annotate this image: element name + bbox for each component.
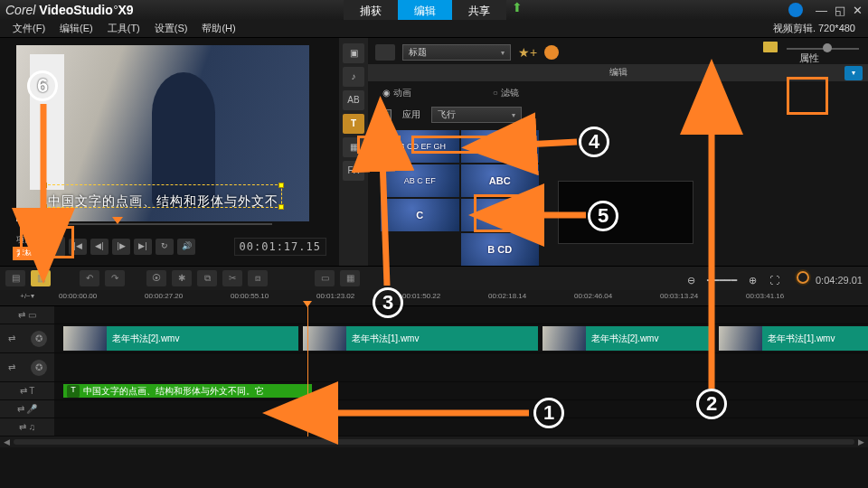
tool-d-icon[interactable]: ⧈ <box>248 270 268 286</box>
preset-2[interactable]: ABC <box>461 130 540 163</box>
video-track: ⇄ ✪ 老年书法[2].wmv老年书法[1].wmv老年书法[2].wmv老年书… <box>0 324 868 353</box>
time-ruler[interactable]: +/−▾ 00:00:00.00 00:00:27.20 00:00:55.10… <box>0 290 868 306</box>
preset-4[interactable]: ABC <box>461 164 540 197</box>
title-clip-icon: T <box>67 385 80 398</box>
minimize-icon[interactable]: — <box>816 4 827 17</box>
tool-c-icon[interactable]: ✂ <box>222 270 242 286</box>
tool-a-icon[interactable]: ✱ <box>172 270 192 286</box>
zoom-out-icon[interactable]: ⊖ <box>687 275 695 286</box>
title-clip[interactable]: T 中国文字的点画、结构和形体与外文不同。它 <box>63 384 312 398</box>
center-tab-edit[interactable]: 编辑 <box>379 66 857 79</box>
tool-b-icon[interactable]: ⧉ <box>197 270 217 286</box>
apply-label: 应用 <box>402 108 420 121</box>
close-icon[interactable]: ✕ <box>853 4 863 17</box>
radio-animation[interactable]: 动画 <box>382 87 411 99</box>
menu-edit[interactable]: 编辑(E) <box>54 21 99 36</box>
filter-tab-icon[interactable]: FX <box>343 161 364 181</box>
transition-tab-icon[interactable]: AB <box>343 90 364 110</box>
collapse-icon[interactable]: ▾ <box>844 66 863 80</box>
preset-1[interactable]: AB CD EF GH <box>381 130 459 163</box>
volume-button[interactable]: 🔊 <box>177 239 195 255</box>
apply-checkbox[interactable]: ✔ <box>381 109 392 120</box>
annotation-6: 6 <box>27 70 58 101</box>
effect-dropdown[interactable]: 飞行 <box>431 107 522 123</box>
video-clip[interactable]: 老年书法[1].wmv <box>719 326 868 351</box>
effects-icon[interactable] <box>544 45 559 60</box>
tab-share[interactable]: 共享 <box>452 0 506 20</box>
radio-filter[interactable]: 滤镜 <box>493 87 519 99</box>
favorite-icon[interactable]: ★+ <box>518 45 537 60</box>
undo-icon[interactable]: ↶ <box>80 270 99 286</box>
menu-bar: 文件(F) 编辑(E) 工具(T) 设置(S) 帮助(H) 视频剪辑. 720*… <box>0 20 868 38</box>
video-clip[interactable]: 老年书法[2].wmv <box>63 326 298 351</box>
reel-icon: ✪ <box>31 331 47 347</box>
title-tab-icon[interactable]: T <box>343 114 364 134</box>
video-track-header[interactable]: ⇄ ✪ <box>0 324 54 352</box>
storyboard-view-icon[interactable]: ▤ <box>5 270 25 286</box>
scrub-bar[interactable] <box>13 219 326 230</box>
library-side-toolbar: ▣ ♪ AB T ▦ FX <box>339 38 368 266</box>
video-clip[interactable]: 老年书法[1].wmv <box>303 326 538 351</box>
go-start-button[interactable]: |◀ <box>69 239 87 255</box>
add-track-icon[interactable]: +/−▾ <box>0 290 54 305</box>
overlay-track-header[interactable]: ⇄ ✪ <box>0 353 54 381</box>
video-clip[interactable]: 老年书法[2].wmv <box>542 326 714 351</box>
app-brand: Corel VideoStudio°X9 <box>5 3 134 17</box>
title-track-header[interactable]: ⇄ T <box>0 382 54 399</box>
timeline-scrollbar[interactable]: ◀▶ <box>0 436 868 447</box>
preset-3[interactable]: AB C EF <box>381 164 459 197</box>
play-button[interactable]: ▶ <box>43 237 65 257</box>
menu-file[interactable]: 文件(F) <box>7 21 51 36</box>
restore-icon[interactable]: ◱ <box>835 4 845 17</box>
annotation-3: 3 <box>373 287 403 318</box>
menu-settings[interactable]: 设置(S) <box>149 21 193 36</box>
graphic-tab-icon[interactable]: ▦ <box>343 137 364 157</box>
video-track-body[interactable]: 老年书法[2].wmv老年书法[1].wmv老年书法[2].wmv老年书法[1]… <box>54 324 868 352</box>
sound-tab-icon[interactable]: ♪ <box>343 67 364 87</box>
gallery-button[interactable] <box>375 44 395 61</box>
next-frame-button[interactable]: |▶ <box>112 239 130 255</box>
overlay-icon: ✪ <box>31 360 47 376</box>
scrub-handle-icon[interactable] <box>112 217 123 224</box>
marker-icon[interactable]: ▭ <box>315 270 335 286</box>
category-dropdown[interactable]: 标题 <box>402 44 511 61</box>
thumbnail-toggle-icon[interactable] <box>763 42 778 52</box>
playhead[interactable] <box>307 306 308 436</box>
upload-icon[interactable]: ⬆ <box>512 0 523 20</box>
music-track-header[interactable]: ⇄ ♫ <box>0 418 54 436</box>
menu-help[interactable]: 帮助(H) <box>196 21 241 36</box>
tracks: ⇄ ▭ ⇄ ✪ 老年书法[2].wmv老年书法[1].wmv老年书法[2].wm… <box>0 306 868 436</box>
tab-capture[interactable]: 捕获 <box>344 0 398 20</box>
tab-edit[interactable]: 编辑 <box>398 0 452 20</box>
prev-frame-button[interactable]: ◀| <box>90 239 108 255</box>
fit-icon[interactable]: ⛶ <box>769 275 779 286</box>
redo-icon[interactable]: ↷ <box>105 270 125 286</box>
chapter-icon[interactable]: ▦ <box>340 270 360 286</box>
project-duration: 0:04:29.01 <box>816 275 863 286</box>
title-track-body[interactable]: T 中国文字的点画、结构和形体与外文不同。它 <box>54 382 868 399</box>
title-track: ⇄ T T 中国文字的点画、结构和形体与外文不同。它 <box>0 382 868 400</box>
zoom-in-icon[interactable]: ⊕ <box>749 275 757 286</box>
duration-icon <box>797 271 809 284</box>
track-header-marker[interactable]: ⇄ ▭ <box>0 306 54 324</box>
voice-track-header[interactable]: ⇄ 🎤 <box>0 400 54 418</box>
menu-tools[interactable]: 工具(T) <box>102 21 146 36</box>
loop-button[interactable]: ↻ <box>156 239 174 255</box>
timeline-view-icon[interactable]: ▥ <box>31 270 51 286</box>
annotation-1: 1 <box>533 398 564 428</box>
title-safe-rect[interactable] <box>43 184 282 208</box>
mode-project[interactable]: 项目 <box>13 233 36 247</box>
annotation-2: 2 <box>696 389 727 419</box>
preset-5[interactable]: C <box>381 199 459 231</box>
mode-clip[interactable]: 素材 <box>13 247 36 260</box>
record-icon[interactable]: ⦿ <box>146 270 166 286</box>
media-tab-icon[interactable]: ▣ <box>343 43 364 63</box>
workspace-tabs: 捕获 编辑 共享 ⬆ <box>344 0 523 20</box>
preset-7[interactable]: B CD <box>461 233 540 266</box>
attributes-tab[interactable]: 属性 <box>791 48 827 79</box>
go-end-button[interactable]: ▶| <box>134 239 152 255</box>
preset-6[interactable]: ABC <box>461 199 540 231</box>
timecode[interactable]: 00:01:17.15 <box>234 238 326 256</box>
preview-viewer[interactable]: 中国文字的点画、结构和形体与外文不 <box>16 45 309 221</box>
account-icon[interactable] <box>788 3 803 17</box>
